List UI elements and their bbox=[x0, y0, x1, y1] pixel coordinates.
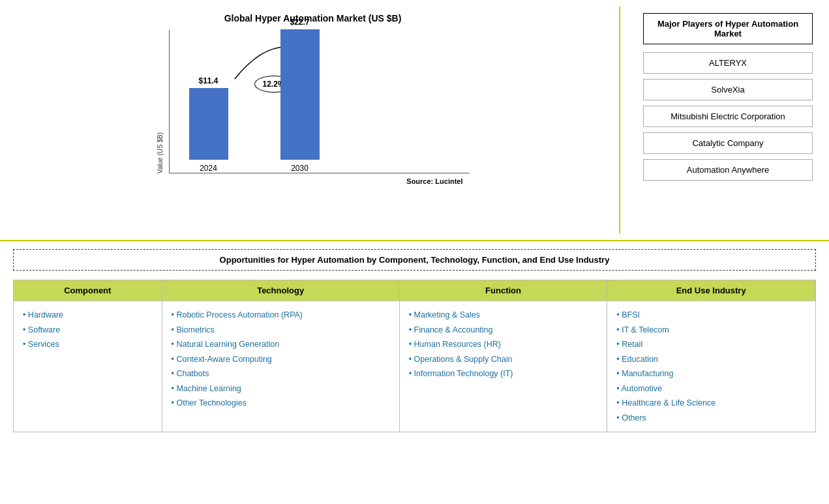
list-item: IT & Telecom bbox=[616, 323, 806, 338]
bar-group-2024: $11.4 2024 bbox=[189, 76, 228, 173]
major-players-area: Major Players of Hyper Automation Market… bbox=[627, 7, 829, 233]
vertical-divider bbox=[619, 7, 620, 233]
player-box-0: ALTERYX bbox=[643, 52, 813, 74]
technology-list: Robotic Process Automation (RPA) Biometr… bbox=[172, 308, 390, 411]
list-item: Hardware bbox=[23, 308, 153, 323]
col-body-enduse: BFSI IT & Telecom Retail Education Manuf… bbox=[607, 301, 815, 432]
bar-value-2030: $22.7 bbox=[290, 18, 309, 27]
list-item: Operations & Supply Chain bbox=[409, 352, 598, 367]
main-container: Global Hyper Automation Market (US $B) V… bbox=[0, 0, 829, 504]
bar-group-2030: $22.7 2030 bbox=[280, 18, 320, 173]
list-item: Education bbox=[616, 352, 806, 367]
chart-area: Global Hyper Automation Market (US $B) V… bbox=[0, 7, 612, 233]
list-item: Others bbox=[616, 411, 806, 426]
major-players-title: Major Players of Hyper Automation Market bbox=[643, 13, 813, 44]
list-item: Human Resources (HR) bbox=[409, 337, 598, 352]
list-item: Biometrics bbox=[172, 323, 390, 338]
col-body-technology: Robotic Process Automation (RPA) Biometr… bbox=[162, 301, 400, 432]
chart-wrapper: Value (US $B) $11.4 2024 bbox=[157, 30, 470, 173]
bottom-section: Opportunities for Hyper Automation by Co… bbox=[0, 241, 829, 504]
top-section: Global Hyper Automation Market (US $B) V… bbox=[0, 0, 829, 241]
col-header-component: Component bbox=[14, 280, 162, 301]
list-item: Robotic Process Automation (RPA) bbox=[172, 308, 390, 323]
list-item: Automotive bbox=[616, 381, 806, 396]
list-item: Other Technologies bbox=[172, 396, 390, 411]
col-header-technology: Technology bbox=[162, 280, 400, 301]
list-item: Marketing & Sales bbox=[409, 308, 598, 323]
player-box-1: SolveXia bbox=[643, 79, 813, 100]
source-text: Source: Lucintel bbox=[157, 177, 470, 185]
chart-content: $11.4 2024 bbox=[169, 30, 470, 173]
list-item: Chatbots bbox=[172, 366, 390, 381]
list-item: Services bbox=[23, 337, 153, 352]
list-item: Information Technology (IT) bbox=[409, 366, 598, 381]
col-body-component: Hardware Software Services bbox=[14, 301, 162, 432]
list-item: Context-Aware Computing bbox=[172, 352, 390, 367]
list-item: Software bbox=[23, 323, 153, 338]
list-item: Retail bbox=[616, 337, 806, 352]
list-item: Natural Learning Generation bbox=[172, 337, 390, 352]
opportunities-grid: Component Technology Function End Use In… bbox=[13, 280, 816, 432]
player-box-3: Catalytic Company bbox=[643, 132, 813, 154]
bar-label-2024: 2024 bbox=[200, 164, 217, 173]
component-list: Hardware Software Services bbox=[23, 308, 153, 352]
list-item: Machine Learning bbox=[172, 381, 390, 396]
bar-2024 bbox=[189, 88, 228, 160]
function-list: Marketing & Sales Finance & Accounting H… bbox=[409, 308, 598, 381]
y-axis-label: Value (US $B) bbox=[157, 132, 164, 173]
col-body-function: Marketing & Sales Finance & Accounting H… bbox=[400, 301, 608, 432]
list-item: Manufacturing bbox=[616, 366, 806, 381]
enduse-list: BFSI IT & Telecom Retail Education Manuf… bbox=[616, 308, 806, 425]
player-box-4: Automation Anywhere bbox=[643, 159, 813, 181]
bars-area: $11.4 2024 bbox=[169, 30, 470, 173]
bar-label-2030: 2030 bbox=[291, 164, 309, 173]
list-item: Finance & Accounting bbox=[409, 323, 598, 338]
col-header-enduse: End Use Industry bbox=[607, 280, 815, 301]
col-header-function: Function bbox=[400, 280, 608, 301]
opportunities-title: Opportunities for Hyper Automation by Co… bbox=[13, 249, 816, 271]
list-item: Healthcare & Life Science bbox=[616, 396, 806, 411]
bar-2030 bbox=[280, 29, 320, 160]
list-item: BFSI bbox=[616, 308, 806, 323]
player-box-2: Mitsubishi Electric Corporation bbox=[643, 106, 813, 127]
